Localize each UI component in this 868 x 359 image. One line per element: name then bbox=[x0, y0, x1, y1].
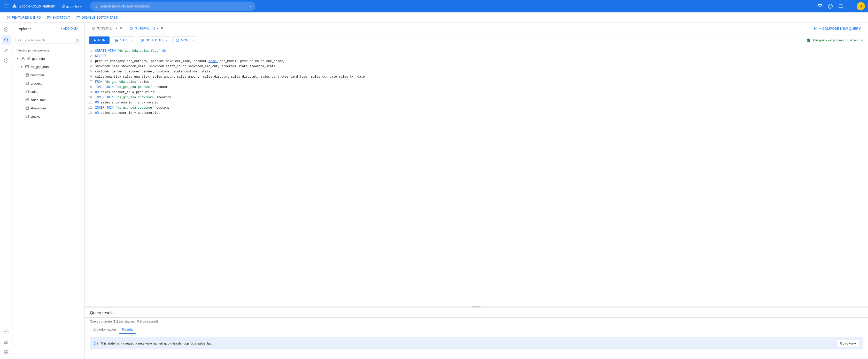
schedule-icon bbox=[141, 38, 144, 42]
query-tab-2[interactable]: *UNSAVE... 2 ▾ ✕ bbox=[127, 23, 167, 34]
results-tab[interactable]: Results bbox=[119, 325, 136, 334]
job-info-tab-label: Job information bbox=[93, 327, 116, 331]
shortcut-btn[interactable]: SHORTCUT bbox=[44, 14, 73, 21]
dashboard-icon[interactable] bbox=[2, 348, 11, 357]
svg-point-9 bbox=[851, 6, 851, 7]
svg-rect-34 bbox=[26, 99, 29, 101]
table-row-stocks[interactable]: stocks ⋮ bbox=[22, 112, 85, 120]
info-nav-icon bbox=[7, 16, 10, 19]
sidebar-search-help-icon[interactable] bbox=[75, 38, 79, 42]
sales-more-button[interactable]: ⋮ bbox=[76, 88, 83, 95]
sql-editor[interactable]: 1 CREATE VIEW `ds_gcp_bda.sales_fact` AS… bbox=[85, 46, 868, 306]
sidebar-search-input[interactable] bbox=[23, 38, 74, 42]
customer-more-button[interactable]: ⋮ bbox=[76, 72, 83, 78]
svg-rect-30 bbox=[26, 65, 29, 68]
code-line-12: 12 INNER JOIN `ds_gcp_bda.customer` cust… bbox=[85, 105, 868, 110]
tab1-close-button[interactable]: ✕ bbox=[119, 26, 123, 30]
svg-rect-33 bbox=[26, 90, 29, 93]
top-navbar: Google Cloud Platform gcp-infra ▾ U bbox=[0, 0, 868, 12]
more-options-icon[interactable] bbox=[846, 2, 856, 11]
tab2-label: *UNSAVE... 2 bbox=[134, 26, 155, 30]
table-icon-sales-fact bbox=[25, 98, 29, 102]
svg-rect-19 bbox=[6, 341, 6, 344]
run-button[interactable]: RUN bbox=[89, 36, 110, 44]
stocks-more-button[interactable]: ⋮ bbox=[76, 113, 83, 119]
features-info-btn[interactable]: FEATURES & INFO bbox=[4, 14, 43, 21]
notice-text: This statement created a new view named … bbox=[100, 341, 213, 345]
svg-rect-0 bbox=[4, 4, 9, 5]
results-body: This statement created a new view named … bbox=[85, 334, 868, 359]
save-button[interactable]: SAVE ▾ bbox=[112, 36, 135, 44]
project-selector[interactable]: gcp-infra ▾ bbox=[59, 3, 84, 9]
settings-icon[interactable] bbox=[2, 327, 11, 336]
notice-info-icon bbox=[94, 341, 98, 346]
tab2-close-button[interactable]: ✕ bbox=[160, 26, 164, 30]
more-button[interactable]: MORE ▾ bbox=[172, 36, 197, 44]
help-icon[interactable] bbox=[826, 2, 835, 11]
secondary-nav: FEATURES & INFO SHORTCUT DISABLE EDITOR … bbox=[0, 12, 868, 23]
dataset-children: ▼ ds_gcp_bda ⋮ customer bbox=[12, 63, 85, 120]
tab1-chevron-icon[interactable]: ▾ bbox=[116, 27, 117, 30]
global-search[interactable] bbox=[90, 2, 255, 11]
tabs-bar: *UNSAVE... ▾ ✕ *UNSAVE... 2 ▾ ✕ + COMPOS… bbox=[85, 23, 868, 34]
avatar[interactable]: U bbox=[857, 2, 865, 10]
main-layout: Explorer + ADD DATA Viewing pinned proje… bbox=[0, 23, 868, 359]
product-more-button[interactable]: ⋮ bbox=[76, 80, 83, 86]
table-row-customer[interactable]: customer ⋮ bbox=[22, 71, 85, 79]
notifications-icon[interactable] bbox=[836, 2, 845, 11]
table-row-sales[interactable]: sales ⋮ bbox=[22, 87, 85, 96]
query-tab-icon-1 bbox=[92, 27, 95, 30]
compose-plus-icon bbox=[814, 27, 817, 30]
code-line-3: 3 product.category car_categry, product.… bbox=[85, 59, 868, 64]
sales-fact-more-button[interactable]: ⋮ bbox=[76, 97, 83, 103]
search-chevron-icon bbox=[249, 4, 252, 8]
table-row-product[interactable]: product ⋮ bbox=[22, 79, 85, 87]
analytics-icon[interactable] bbox=[2, 337, 11, 347]
svg-point-17 bbox=[5, 331, 7, 332]
results-title: Query results bbox=[85, 307, 868, 317]
sidebar-search-icon bbox=[18, 38, 22, 42]
compose-icon[interactable] bbox=[2, 46, 11, 55]
go-to-view-button[interactable]: Go to view bbox=[837, 340, 859, 347]
bigquery-home-icon[interactable] bbox=[2, 25, 11, 34]
pin-button[interactable]: 📌 bbox=[69, 55, 76, 61]
dataset-icon bbox=[25, 64, 29, 69]
svg-point-42 bbox=[807, 38, 811, 42]
showroom-more-button[interactable]: ⋮ bbox=[76, 105, 83, 111]
search-nav-icon[interactable] bbox=[2, 35, 11, 45]
go-to-view-label: Go to view bbox=[840, 341, 856, 345]
compose-new-query-button[interactable]: + COMPOSE NEW QUERY bbox=[811, 25, 864, 32]
save-chevron-icon: ▾ bbox=[130, 39, 132, 42]
project-more-button[interactable]: ⋮ bbox=[76, 55, 83, 61]
schedule-button[interactable]: SCHEDULE ▾ bbox=[137, 36, 170, 44]
project-icon bbox=[21, 56, 25, 61]
tree-project-row[interactable]: ▼ gcp-infra 📌 ⋮ bbox=[12, 54, 85, 63]
tree-dataset-row[interactable]: ▼ ds_gcp_bda ⋮ bbox=[17, 63, 85, 71]
svg-rect-23 bbox=[4, 353, 6, 354]
history-icon[interactable] bbox=[2, 56, 11, 65]
job-info-tab[interactable]: Job information bbox=[90, 325, 119, 334]
results-tab-label: Results bbox=[122, 327, 133, 331]
dataset-more-button[interactable]: ⋮ bbox=[76, 64, 83, 70]
email-icon[interactable] bbox=[815, 2, 825, 11]
status-text: This query will process 0 B when run. bbox=[812, 38, 864, 42]
sidebar-search-inner[interactable] bbox=[16, 37, 82, 44]
code-line-8: 8 INNER JOIN `ds_gcp_bda.product` produc… bbox=[85, 85, 868, 90]
table-row-showroom[interactable]: showroom ⋮ bbox=[22, 104, 85, 112]
status-check-icon bbox=[806, 38, 811, 43]
project-chevron: ▾ bbox=[80, 4, 82, 8]
query-tab-1[interactable]: *UNSAVE... ▾ ✕ bbox=[89, 23, 127, 34]
run-label: RUN bbox=[98, 38, 105, 42]
hamburger-menu[interactable] bbox=[3, 3, 10, 10]
add-data-button[interactable]: + ADD DATA bbox=[58, 26, 80, 32]
toolbar-status: This query will process 0 B when run. bbox=[806, 38, 864, 43]
table-row-sales-fact[interactable]: sales_fact ⋮ bbox=[22, 96, 85, 104]
disable-tabs-icon bbox=[76, 16, 80, 19]
search-input[interactable] bbox=[99, 4, 247, 8]
disable-editor-tabs-btn[interactable]: DISABLE EDITOR TABS bbox=[74, 14, 120, 21]
add-data-label: + ADD DATA bbox=[60, 27, 78, 30]
resizer-handle bbox=[472, 306, 480, 307]
svg-rect-18 bbox=[4, 342, 5, 344]
table-icon-stocks bbox=[25, 114, 29, 119]
tab2-chevron-icon[interactable]: ▾ bbox=[157, 27, 158, 30]
